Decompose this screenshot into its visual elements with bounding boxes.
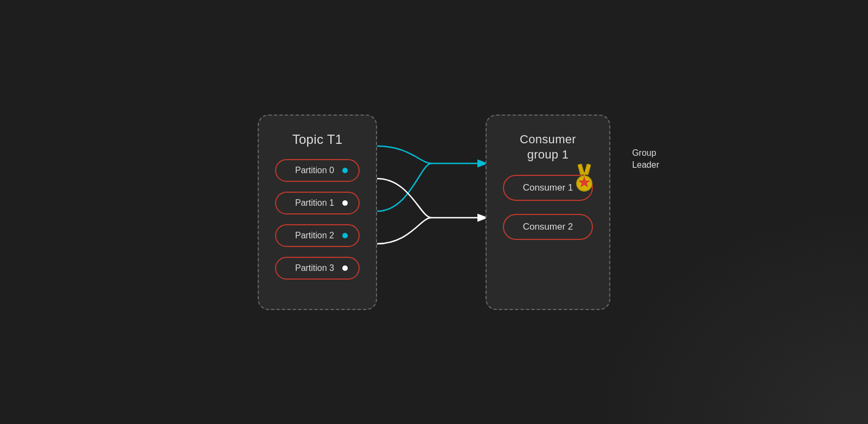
topic-box: Topic T1 Partition 0 Partition 1 Partiti… — [258, 115, 377, 310]
consumer-2: Consumer 2 — [503, 214, 593, 240]
connector-area — [377, 115, 486, 310]
consumer-group-box: Consumergroup 1 Consumer 1 — [486, 115, 610, 310]
partition-1-label: Partition 1 — [287, 198, 342, 208]
partition-3: Partition 3 — [275, 257, 360, 280]
group-leader-label: GroupLeader — [632, 147, 659, 172]
partition-1-dot — [342, 200, 348, 206]
medal-svg — [572, 164, 596, 192]
consumer-1-label: Consumer 1 — [523, 182, 573, 193]
partition-2-label: Partition 2 — [287, 231, 342, 241]
topic-title: Topic T1 — [275, 132, 360, 147]
consumer-list: Consumer 1 — [503, 175, 593, 240]
consumer-group-wrapper: Consumergroup 1 Consumer 1 — [486, 115, 610, 310]
partition-3-dot — [342, 265, 348, 271]
partition-1: Partition 1 — [275, 192, 360, 214]
partition-list: Partition 0 Partition 1 Partition 2 Part… — [275, 159, 360, 280]
partition-2: Partition 2 — [275, 224, 360, 247]
consumer-group-title: Consumergroup 1 — [503, 132, 593, 163]
connector-svg — [377, 115, 486, 310]
partition-0: Partition 0 — [275, 159, 360, 182]
main-diagram: Topic T1 Partition 0 Partition 1 Partiti… — [258, 115, 610, 310]
medal-icon — [572, 164, 596, 195]
partition-3-label: Partition 3 — [287, 263, 342, 273]
partition-0-dot — [342, 168, 348, 173]
partition-0-label: Partition 0 — [287, 166, 342, 175]
partition-2-dot — [342, 233, 348, 238]
consumer-1: Consumer 1 — [503, 175, 593, 201]
consumer-2-label: Consumer 2 — [523, 222, 573, 232]
